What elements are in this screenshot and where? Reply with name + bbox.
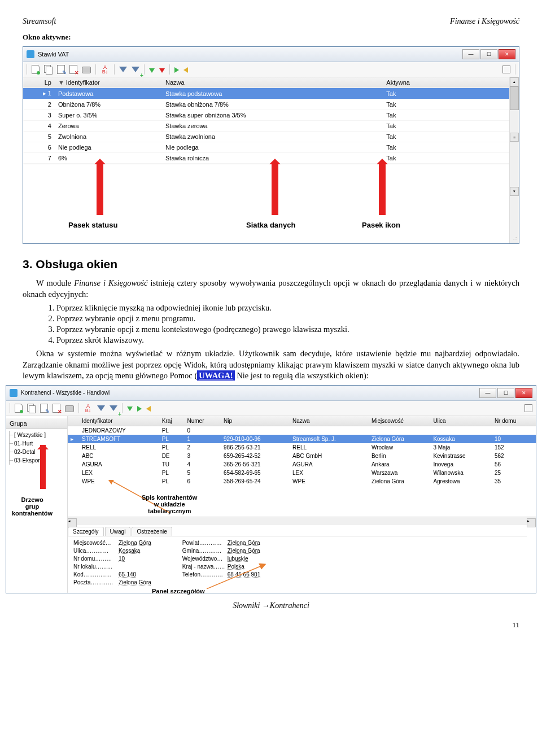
col-nr-domu[interactable]: Nr domu <box>492 416 536 426</box>
arrow-down-green-icon[interactable] <box>127 407 133 411</box>
minimize-button[interactable]: — <box>479 388 496 398</box>
edit-icon[interactable] <box>57 65 65 74</box>
table-row[interactable]: ▸STREAMSOFTPL1929-010-00-96Streamsoft Sp… <box>68 435 536 443</box>
new-icon[interactable] <box>32 65 40 74</box>
table-row[interactable]: RELLPL2986-256-63-21RELLWrocław3 Maja152 <box>68 443 536 452</box>
filter-add-icon[interactable] <box>110 405 117 411</box>
filter-add-icon[interactable] <box>132 67 139 72</box>
delete-icon[interactable] <box>69 65 77 74</box>
method-list: Poprzez kliknięcie myszką na odpowiednie… <box>23 303 519 345</box>
uwaga-highlight: UWAGA! <box>197 370 234 381</box>
col-nazwa[interactable]: Nazwa <box>162 77 383 88</box>
col-miejscowosc[interactable]: Miejscowość <box>369 416 430 426</box>
tree-item[interactable]: 01-Hurt <box>6 439 67 448</box>
view-list-icon[interactable] <box>502 65 510 73</box>
detail-row: Gmina…………Zielona Góra <box>182 548 260 554</box>
horizontal-scrollbar[interactable]: ◂ ▸ <box>68 517 536 525</box>
toolbar-separator <box>27 64 27 75</box>
tab-uwagi[interactable]: Uwagi <box>105 527 131 536</box>
tab-ostrzezenie[interactable]: Ostrzeżenie <box>132 527 172 536</box>
col-aktywna[interactable]: Aktywna <box>383 77 509 88</box>
table-row[interactable]: 6Nie podlegaNie podlegaTak <box>23 142 509 153</box>
filter-icon[interactable] <box>119 67 127 72</box>
window-title: Stawki VAT <box>38 51 461 58</box>
col-ulica[interactable]: Ulica <box>430 416 492 426</box>
detail-row: Kod……………65-140 <box>73 571 151 578</box>
okno-aktywne-label: Okno aktywne: <box>23 33 519 42</box>
list-item: Poprzez kliknięcie myszką na odpowiednie… <box>56 303 519 313</box>
table-row[interactable]: 5ZwolnionaStawka zwolnionaTak <box>23 132 509 142</box>
col-identyfikator[interactable]: ▼ Identyfikator <box>55 77 162 88</box>
arrow-down-red-icon[interactable] <box>159 68 165 73</box>
toolbar-separator <box>78 403 79 413</box>
table-row[interactable]: ▸ 1PodstawowaStawka podstawowaTak <box>23 88 509 99</box>
tree-header: Grupa <box>6 418 67 429</box>
close-button[interactable]: ✕ <box>515 388 532 398</box>
label-spis-kontrahentow: Spis kontrahentów w układzie tabelaryczn… <box>142 494 197 514</box>
detail-row: Ulica…………Kossaka <box>73 548 151 554</box>
toolbar-separator <box>10 403 10 413</box>
list-item: Poprzez skrót klawiszowy. <box>56 335 519 345</box>
copy-icon[interactable] <box>44 65 53 74</box>
print-icon[interactable] <box>82 67 91 73</box>
window-title: Kontrahenci - Wszystkie - Handlowi <box>21 390 478 396</box>
view-list-icon[interactable] <box>524 404 532 412</box>
tab-szczegoly[interactable]: Szczegóły <box>68 527 104 536</box>
vat-grid[interactable]: Lp ▼ Identyfikator Nazwa Aktywna ▸ 1Pods… <box>23 77 509 164</box>
table-row[interactable]: LEXPL5654-582-69-65LEXWarszawaWilanowska… <box>68 469 536 477</box>
close-button[interactable]: ✕ <box>499 49 515 59</box>
table-row[interactable]: 3Super o. 3/5%Stawka super obniżona 3/5%… <box>23 110 509 121</box>
print-icon[interactable] <box>65 405 74 412</box>
paragraph-1: W module Finanse i Księgowość istnieją c… <box>23 278 519 300</box>
toolbar-separator <box>114 64 115 75</box>
stawki-vat-window: Stawki VAT — ☐ ✕ AB↓ Lp ▼ Identyfika <box>23 46 519 244</box>
arrow-left-icon[interactable] <box>146 406 151 412</box>
tree-item[interactable]: 02-Detal <box>6 448 67 456</box>
tree-item[interactable]: 03-Eksport <box>6 456 67 465</box>
col-lp[interactable]: Lp <box>23 77 55 88</box>
sort-icon[interactable]: AB↓ <box>84 404 93 413</box>
sort-icon[interactable]: AB↓ <box>100 65 110 74</box>
maximize-button[interactable]: ☐ <box>497 388 514 398</box>
footer-breadcrumb: Słowniki →Kontrahenci <box>23 601 519 610</box>
col-nip[interactable]: Nip <box>221 416 290 426</box>
arrow-right-icon[interactable] <box>137 406 142 412</box>
toolbar-separator <box>95 64 96 75</box>
maximize-button[interactable]: ☐ <box>480 49 497 59</box>
paragraph-2: Okna w systemie można wyświetlać w różny… <box>23 348 519 382</box>
table-row[interactable]: ABCDE3659-265-42-52ABC GmbHBerlinKevinst… <box>68 452 536 460</box>
detail-row: Województwo…lubuskie <box>182 556 260 562</box>
arrow-right-icon[interactable] <box>174 67 179 73</box>
table-row[interactable]: 4ZerowaStawka zerowaTak <box>23 121 509 132</box>
detail-row: Poczta…………Zielona Góra <box>73 579 151 585</box>
list-item: Poprzez wybranie opcji z menu programu. <box>56 314 519 324</box>
arrow-pasek-statusu <box>97 164 103 215</box>
filter-icon[interactable] <box>97 405 105 411</box>
col-kraj[interactable]: Kraj <box>159 416 185 426</box>
detail-row: Powiat…………Zielona Góra <box>182 540 260 546</box>
arrow-down-green-icon[interactable] <box>149 68 155 73</box>
col-identyfikator[interactable]: Identyfikator <box>79 416 159 426</box>
table-row[interactable]: 2Obniżona 7/8%Stawka obniżona 7/8%Tak <box>23 99 509 110</box>
new-icon[interactable] <box>15 404 23 413</box>
table-row[interactable]: AGURATU4365-26-56-321AGURAAnkaraInovega5… <box>68 460 536 469</box>
kontrahenci-window: Kontrahenci - Wszystkie - Handlowi — ☐ ✕… <box>6 385 536 593</box>
kontrahenci-table[interactable]: Identyfikator Kraj Numer Nip Nazwa Miejs… <box>68 416 536 486</box>
arrow-pasek-ikon <box>379 164 386 215</box>
toolbar-separator <box>144 64 145 75</box>
col-nazwa[interactable]: Nazwa <box>290 416 369 426</box>
header-left: Streamsoft <box>23 17 56 26</box>
vertical-scrollbar[interactable]: ▴ ≡ ▾ ..: <box>509 77 519 243</box>
minimize-button[interactable]: — <box>462 49 479 59</box>
page-number: 11 <box>23 620 519 630</box>
toolbar-separator <box>122 403 123 413</box>
delete-icon[interactable] <box>53 404 60 413</box>
copy-icon[interactable] <box>27 404 36 413</box>
heading-obsluga-okien: 3. Obsługa okien <box>23 257 519 271</box>
col-numer[interactable]: Numer <box>184 416 221 426</box>
arrow-left-icon[interactable] <box>183 67 188 73</box>
edit-icon[interactable] <box>40 404 48 413</box>
tree-item[interactable]: [ Wszystkie ] <box>6 431 67 439</box>
svg-line-3 <box>207 565 263 589</box>
table-row[interactable]: JEDNORAZOWYPL0 <box>68 426 536 435</box>
